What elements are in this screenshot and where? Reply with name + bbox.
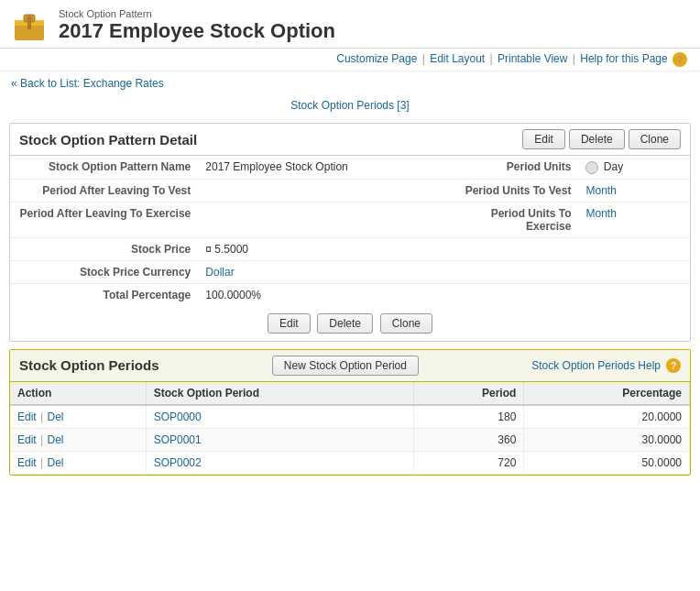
back-to-list-link[interactable]: « Back to List: Exchange Rates [11,77,164,90]
sop-period-cell: 360 [414,428,524,451]
separator-3: | [573,52,578,65]
detail-row-vest: Period After Leaving To Vest Period Unit… [10,179,690,202]
sop-help: Stock Option Periods Help ? [531,358,681,373]
value-units-vest: Month [578,179,690,202]
printable-view-link[interactable]: Printable View [498,52,568,65]
value-empty-1 [578,237,690,260]
detail-row-total: Total Percentage 100.0000% [10,283,690,306]
sop-table-row: Edit | Del SOP0002 720 50.0000 [10,451,690,474]
back-link-container: « Back to List: Exchange Rates [0,71,700,95]
col-percentage: Percentage [524,382,690,405]
label-pattern-name: Stock Option Pattern Name [10,156,198,180]
value-empty-3 [578,283,690,306]
value-stock-price: ¤ 5.5000 [198,237,439,260]
sop-separator-2: | [40,456,46,469]
delete-button-top[interactable]: Delete [569,129,625,149]
label-empty-2 [440,260,579,283]
section-title: Stock Option Pattern Detail [19,132,197,148]
sop-percentage-cell: 50.0000 [524,451,690,474]
sop-edit-link-1[interactable]: Edit [17,433,37,446]
period-units-icon [585,161,598,174]
sop-action-cell: Edit | Del [10,405,146,429]
sop-help-icon[interactable]: ? [666,358,681,373]
edit-layout-link[interactable]: Edit Layout [430,52,485,65]
sub-nav: Stock Option Periods [3] [0,95,700,115]
label-stock-price: Stock Price [10,237,198,260]
label-period-vest: Period After Leaving To Vest [10,179,198,202]
section-actions: Edit Delete Clone [522,129,681,149]
header-text: Stock Option Pattern 2017 Employee Stock… [59,8,335,43]
value-pattern-name: 2017 Employee Stock Option [198,156,439,180]
sop-del-link-1[interactable]: Del [47,433,63,446]
customize-page-link[interactable]: Customize Page [336,52,417,65]
sop-section-title: Stock Option Periods [19,357,159,373]
sop-name-link-2[interactable]: SOP0002 [154,456,202,469]
separator-2: | [490,52,496,65]
delete-button-bottom[interactable]: Delete [317,313,373,334]
detail-row-currency: Stock Price Currency Dollar [10,260,690,283]
label-currency: Stock Price Currency [10,260,198,283]
sop-action-cell: Edit | Del [10,451,146,474]
clone-button-bottom[interactable]: Clone [380,313,432,334]
page-title: 2017 Employee Stock Option [59,19,335,43]
sop-action-cell: Edit | Del [10,428,146,451]
new-stock-option-period-button[interactable]: New Stock Option Period [272,356,419,376]
col-action: Action [10,382,146,405]
edit-button-top[interactable]: Edit [522,129,565,149]
value-period-exercise [198,202,439,237]
help-icon[interactable]: ? [673,52,687,67]
col-stock-option-period: Stock Option Period [146,382,414,405]
detail-row-exercise: Period After Leaving To Exercise Period … [10,202,690,237]
sop-section-header: Stock Option Periods New Stock Option Pe… [10,350,690,382]
section-header: Stock Option Pattern Detail Edit Delete … [10,124,690,155]
value-total: 100.0000% [198,283,439,306]
sop-period-cell: 720 [414,451,524,474]
sop-name-link-1[interactable]: SOP0001 [154,433,202,446]
clone-button-top[interactable]: Clone [629,129,681,149]
label-units-exercise: Period Units To Exercise [440,202,579,237]
stock-option-periods-subnav[interactable]: Stock Option Periods [3] [290,99,409,112]
label-period-units: Period Units [440,156,579,180]
sop-del-link-0[interactable]: Del [47,410,63,423]
sop-section: Stock Option Periods New Stock Option Pe… [9,349,691,476]
sop-name-cell: SOP0001 [146,428,414,451]
value-units-exercise: Month [578,202,690,237]
sop-del-link-2[interactable]: Del [47,456,63,469]
label-empty-1 [440,237,579,260]
separator-1: | [422,52,428,65]
value-period-vest [198,179,439,202]
svg-rect-3 [27,16,31,29]
sop-help-link[interactable]: Stock Option Periods Help [531,359,661,372]
sop-edit-link-0[interactable]: Edit [17,410,37,423]
page-header: Stock Option Pattern 2017 Employee Stock… [0,0,700,49]
top-nav: Customize Page | Edit Layout | Printable… [0,49,700,71]
sop-table-header-row: Action Stock Option Period Period Percen… [10,382,690,405]
help-link[interactable]: Help for this Page [580,52,667,65]
page-subtitle: Stock Option Pattern [59,8,335,19]
label-empty-3 [440,283,579,306]
detail-table: Stock Option Pattern Name 2017 Employee … [10,155,690,306]
detail-section: Stock Option Pattern Detail Edit Delete … [9,123,691,342]
currency-link[interactable]: Dollar [205,266,234,279]
sop-separator-1: | [40,433,46,446]
value-empty-2 [578,260,690,283]
value-period-units: Day [578,156,690,180]
sop-name-cell: SOP0000 [146,405,414,429]
stock-option-icon [11,7,48,44]
col-period: Period [414,382,524,405]
sop-name-cell: SOP0002 [146,451,414,474]
sop-percentage-cell: 20.0000 [524,405,690,429]
sop-name-link-0[interactable]: SOP0000 [154,410,202,423]
sop-table-row: Edit | Del SOP0000 180 20.0000 [10,405,690,429]
detail-row-name: Stock Option Pattern Name 2017 Employee … [10,156,690,180]
label-total: Total Percentage [10,283,198,306]
sop-table-row: Edit | Del SOP0001 360 30.0000 [10,428,690,451]
sop-separator-0: | [40,410,46,423]
value-currency: Dollar [198,260,439,283]
label-units-vest: Period Units To Vest [440,179,579,202]
sop-period-cell: 180 [414,405,524,429]
sop-edit-link-2[interactable]: Edit [17,456,37,469]
detail-row-stock-price: Stock Price ¤ 5.5000 [10,237,690,260]
edit-button-bottom[interactable]: Edit [268,313,311,334]
sop-percentage-cell: 30.0000 [524,428,690,451]
